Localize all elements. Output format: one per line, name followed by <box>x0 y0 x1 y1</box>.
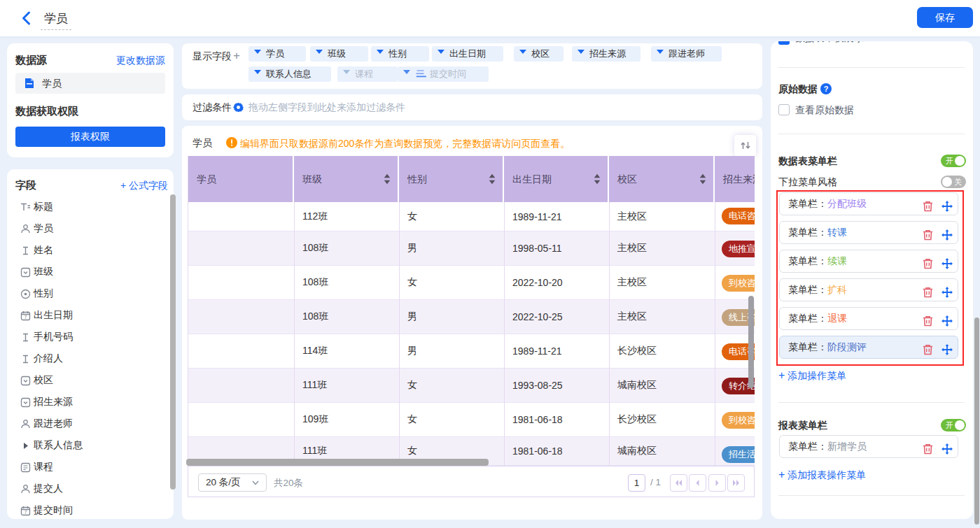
svg-text:7: 7 <box>24 510 27 515</box>
svg-text:7: 7 <box>24 315 27 320</box>
